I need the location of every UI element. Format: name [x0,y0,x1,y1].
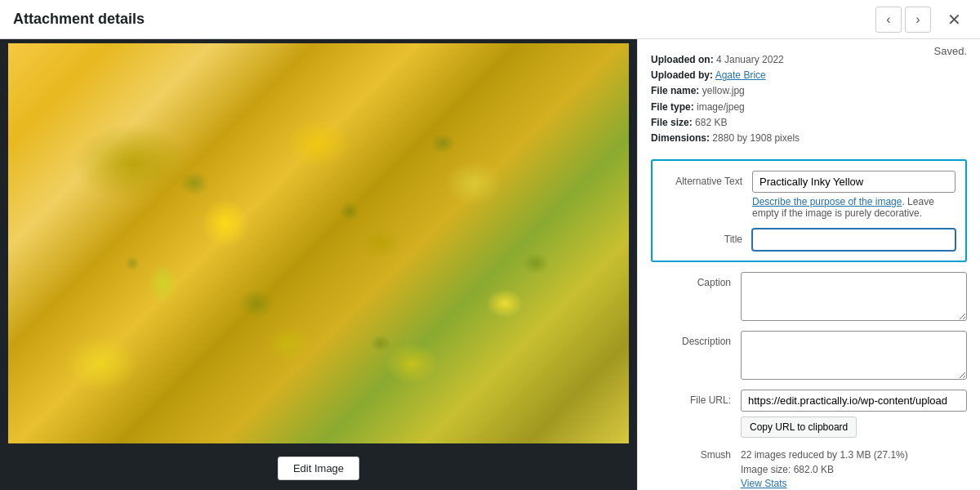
alt-text-group: Alternative Text Describe the purpose of… [662,171,956,219]
copy-url-button[interactable]: Copy URL to clipboard [741,416,857,438]
smush-label: Smush [651,448,741,461]
view-stats-link[interactable]: View Stats [741,478,786,489]
edit-image-button[interactable]: Edit Image [278,457,359,480]
alt-text-label: Alternative Text [662,171,752,187]
attachment-details-modal: Attachment details ‹ › ✕ Edit Image Save… [0,0,980,490]
file-type-value: image/jpeg [697,101,745,113]
smush-section: Smush 22 images reduced by 1.3 MB (27.1%… [651,448,967,489]
title-label: Title [662,229,752,245]
uploaded-on-row: Uploaded on: 4 January 2022 [651,52,967,68]
title-group: Title [662,229,956,251]
edit-image-btn-container: Edit Image [278,450,359,487]
smush-line2: Image size: 682.0 KB [741,462,967,477]
attachment-image [8,43,629,443]
file-url-input[interactable] [741,390,967,412]
dimensions-row: Dimensions: 2880 by 1908 pixels [651,131,967,146]
prev-button[interactable]: ‹ [875,7,902,33]
modal-title: Attachment details [13,11,875,28]
image-container [8,43,629,443]
file-type-label: File type: [651,101,694,113]
alt-text-field-container: Describe the purpose of the image. Leave… [752,171,956,219]
modal-body: Edit Image Saved. Uploaded on: 4 January… [0,39,980,490]
file-size-value: 682 KB [695,117,727,128]
file-name-value: yellow.jpg [702,85,745,96]
description-group: Description [651,331,967,380]
close-button[interactable]: ✕ [941,7,967,33]
file-name-label: File name: [651,85,699,96]
alt-text-input[interactable] [752,171,956,193]
uploaded-by-label: Uploaded by: [651,69,713,81]
uploaded-on-value: 4 January 2022 [716,54,784,65]
file-url-group: File URL: Copy URL to clipboard [651,390,967,438]
image-panel: Edit Image [0,39,637,490]
description-textarea[interactable] [741,331,967,380]
file-url-container: Copy URL to clipboard [741,390,967,438]
caption-textarea[interactable] [741,272,967,321]
title-input[interactable] [752,229,956,251]
dimensions-label: Dimensions: [651,132,710,144]
uploaded-on-label: Uploaded on: [651,54,714,65]
alt-text-hint: Describe the purpose of the image. Leave… [752,196,956,219]
modal-nav: ‹ › ✕ [875,7,967,33]
caption-group: Caption [651,272,967,321]
file-size-row: File size: 682 KB [651,115,967,131]
uploaded-by-link[interactable]: Agate Brice [715,69,766,81]
meta-section: Uploaded on: 4 January 2022 Uploaded by:… [651,52,967,146]
smush-line1: 22 images reduced by 1.3 MB (27.1%) [741,448,967,462]
details-panel: Saved. Uploaded on: 4 January 2022 Uploa… [637,39,980,490]
modal-header: Attachment details ‹ › ✕ [0,0,980,39]
highlighted-form-section: Alternative Text Describe the purpose of… [651,159,967,262]
saved-indicator: Saved. [934,45,967,57]
file-name-row: File name: yellow.jpg [651,83,967,99]
uploaded-by-row: Uploaded by: Agate Brice [651,68,967,83]
smush-info: 22 images reduced by 1.3 MB (27.1%) Imag… [741,448,967,489]
caption-label: Caption [651,272,741,288]
file-size-label: File size: [651,117,693,128]
file-url-label: File URL: [651,390,741,406]
alt-text-hint-link[interactable]: Describe the purpose of the image [752,196,902,207]
description-label: Description [651,331,741,347]
next-button[interactable]: › [905,7,931,33]
dimensions-value: 2880 by 1908 pixels [712,132,800,144]
file-type-row: File type: image/jpeg [651,100,967,115]
